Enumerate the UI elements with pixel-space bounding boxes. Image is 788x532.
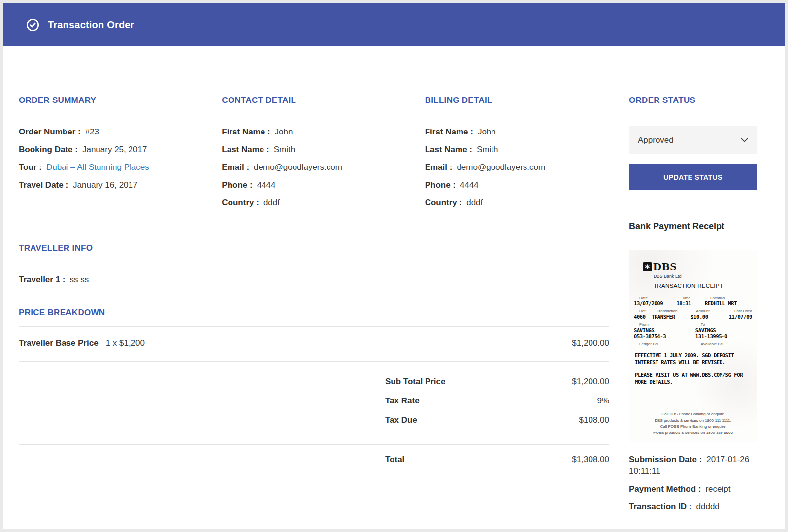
subtotal-block: Sub Total Price $1,200.00 Tax Rate 9% Ta…: [19, 361, 609, 445]
traveller-row: Traveller 1 :ss ss: [19, 274, 609, 285]
contact-first-name-row: First Name :John: [222, 127, 406, 137]
payment-meta: Submission Date :2017-01-26 10:11:11 Pay…: [629, 454, 757, 513]
receipt-amount-label: Amount: [690, 309, 726, 313]
divider: [629, 114, 757, 114]
receipt-location-label: Location: [705, 296, 752, 300]
dbs-logo-text: DBS: [653, 260, 677, 273]
order-status-section: ORDER STATUS Approved UPDATE STATUS: [629, 96, 757, 190]
base-price-amount: $1,200.00: [572, 338, 609, 348]
booking-date-row: Booking Date :January 25, 2017: [19, 144, 203, 155]
receipt-footer: Call DBS Phone Banking or enquire DBS pr…: [634, 411, 752, 436]
tax-rate-row: Tax Rate 9%: [385, 396, 609, 406]
divider: [629, 242, 757, 242]
receipt-ref: 4060: [634, 314, 652, 320]
receipt-ref-label: Ref.: [634, 309, 652, 313]
sidebar: ORDER STATUS Approved UPDATE STATUS Bank…: [629, 96, 757, 519]
receipt-grid: Date Time Location 13/07/2009 18:31 REDH…: [634, 293, 752, 346]
update-status-button[interactable]: UPDATE STATUS: [629, 164, 757, 190]
contact-country-row: Country :dddf: [222, 198, 406, 208]
header-bar: Transaction Order: [3, 3, 785, 46]
billing-first-name-row: First Name :John: [425, 127, 609, 137]
transaction-order-card: Transaction Order ORDER SUMMARY Order Nu…: [3, 3, 785, 529]
billing-phone-row: Phone :4444: [425, 180, 609, 191]
billing-email-row: Email :demo@goodlayers.com: [425, 162, 609, 173]
total-row: Total $1,308.00: [385, 445, 609, 479]
receipt-notice-2: PLEASE VISIT US AT WWW.DBS.COM/SG FOR MO…: [635, 372, 752, 386]
submission-date-row: Submission Date :2017-01-26 10:11:11: [629, 454, 757, 477]
receipt-notice-1: EFFECTIVE 1 JULY 2009. SGD DEPOSIT INTER…: [635, 352, 752, 366]
main-panel: ORDER SUMMARY Order Number :#23 Booking …: [19, 96, 609, 479]
base-price-row: Traveller Base Price 1 x $1,200 $1,200.0…: [19, 327, 609, 361]
dbs-logo: ✱ DBS: [643, 260, 752, 273]
contact-detail-section: CONTACT DETAIL First Name :John Last Nam…: [222, 96, 406, 215]
receipt-location: REDHILL MRT: [705, 300, 752, 306]
receipt-ledger-label: Ledger Bal: [634, 342, 695, 346]
order-summary-section: ORDER SUMMARY Order Number :#23 Booking …: [19, 96, 203, 215]
contact-detail-heading: CONTACT DETAIL: [222, 96, 406, 105]
traveller-info-heading: TRAVELLER INFO: [19, 243, 609, 253]
bank-receipt-image[interactable]: ✱ DBS DBS Bank Ltd TRANSACTION RECEIPT D…: [629, 250, 757, 442]
dbs-logo-icon: ✱: [643, 262, 652, 271]
bank-receipt-section: Bank Payment Receipt ✱ DBS DBS Bank Ltd …: [629, 221, 757, 442]
contact-email-row: Email :demo@goodlayers.com: [222, 162, 406, 173]
receipt-time: 18:31: [676, 300, 705, 306]
receipt-date-label: Date: [634, 296, 676, 300]
billing-country-row: Country :dddf: [425, 198, 609, 208]
receipt-date: 13/07/2009: [634, 300, 676, 306]
check-circle-icon: [26, 18, 39, 32]
contact-last-name-row: Last Name :Smith: [222, 144, 406, 155]
receipt-to-type: SAVINGS: [695, 327, 752, 333]
price-breakdown-section: PRICE BREAKDOWN Traveller Base Price 1 x…: [19, 308, 609, 479]
receipt-from-account: 053-38754-3: [634, 333, 695, 339]
order-status-select[interactable]: Approved: [629, 126, 757, 154]
base-price-qty: 1 x $1,200: [106, 338, 145, 348]
receipt-available-label: Available Bal: [695, 342, 752, 346]
tour-link[interactable]: Dubai – All Stunning Places: [46, 163, 149, 172]
sub-total-row: Sub Total Price $1,200.00: [385, 376, 609, 387]
traveller-info-section: TRAVELLER INFO Traveller 1 :ss ss: [19, 243, 609, 285]
receipt-transaction-label: Transaction: [652, 309, 690, 313]
divider: [19, 262, 609, 262]
divider: [19, 114, 203, 114]
receipt-to-label: To: [695, 322, 752, 327]
receipt-from-type: SAVINGS: [634, 327, 695, 333]
order-status-selected-value: Approved: [638, 135, 674, 145]
payment-method-row: Payment Method :receipt: [629, 483, 757, 495]
receipt-to-account: 131-13995-0: [695, 333, 752, 339]
receipt-amount: $10.00: [690, 314, 726, 320]
billing-detail-section: BILLING DETAIL First Name :John Last Nam…: [425, 96, 609, 215]
billing-last-name-row: Last Name :Smith: [425, 144, 609, 155]
divider: [222, 114, 406, 114]
receipt-last-used-label: Last Used: [726, 309, 752, 313]
chevron-down-icon: [741, 138, 748, 143]
detail-columns: ORDER SUMMARY Order Number :#23 Booking …: [19, 96, 609, 215]
receipt-last-used: 11/07/09: [726, 314, 752, 320]
content: ORDER SUMMARY Order Number :#23 Booking …: [3, 46, 785, 519]
page-title: Transaction Order: [48, 19, 134, 31]
divider: [425, 114, 609, 114]
order-summary-heading: ORDER SUMMARY: [19, 96, 203, 105]
billing-detail-heading: BILLING DETAIL: [425, 96, 609, 105]
transaction-id-row: Transaction ID :ddddd: [629, 501, 757, 513]
receipt-bank-name: DBS Bank Ltd: [654, 274, 752, 279]
tax-due-row: Tax Due $108.00: [385, 415, 609, 426]
receipt-title: TRANSACTION RECEIPT: [654, 283, 752, 289]
receipt-from-label: From: [634, 322, 695, 327]
order-number-row: Order Number :#23: [19, 127, 203, 137]
contact-phone-row: Phone :4444: [222, 180, 406, 191]
order-status-heading: ORDER STATUS: [629, 96, 757, 105]
tour-row: Tour :Dubai – All Stunning Places: [19, 162, 203, 173]
travel-date-row: Travel Date :January 16, 2017: [19, 180, 203, 191]
price-breakdown-heading: PRICE BREAKDOWN: [19, 308, 609, 318]
receipt-transaction: TRANSFER: [652, 314, 690, 320]
bank-receipt-heading: Bank Payment Receipt: [629, 221, 757, 232]
receipt-time-label: Time: [676, 296, 705, 300]
